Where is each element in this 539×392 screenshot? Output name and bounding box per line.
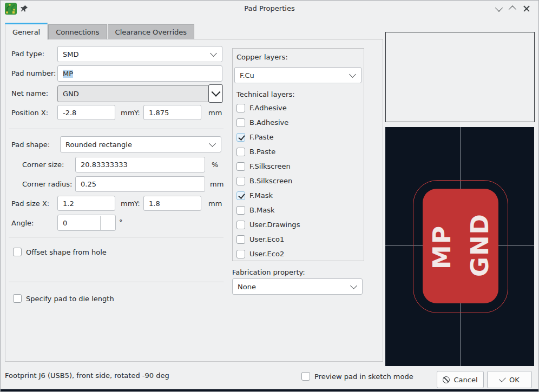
layer-checkbox-b-silkscreen[interactable]: [236, 177, 245, 185]
close-icon: [523, 5, 530, 12]
pad-number-label: Pad number:: [11, 69, 56, 78]
shade-button[interactable]: [492, 3, 506, 15]
layer-checkbox-user-drawings[interactable]: [236, 221, 245, 229]
position-y-unit: mm: [208, 109, 222, 117]
window-title: Pad Properties: [1, 4, 538, 12]
pad-size-y-input[interactable]: 1.8: [143, 196, 201, 211]
layer-row: F.Mask: [236, 188, 359, 203]
corner-radius-value: 0.25: [81, 180, 96, 188]
separator: [9, 282, 224, 282]
net-name-dropdown-button[interactable]: [208, 84, 223, 103]
corner-radius-input[interactable]: 0.25: [75, 176, 205, 192]
position-x-value: -2.8: [63, 109, 76, 117]
position-y-input[interactable]: 1.875: [143, 105, 201, 120]
position-y-value: 1.875: [149, 109, 169, 117]
status-text: Footprint J6 (USB5), front side, rotated…: [5, 371, 169, 380]
chevron-down-icon: [349, 71, 356, 78]
layer-label: User.Eco2: [249, 250, 284, 258]
pad-size-y-unit: mm: [208, 200, 222, 208]
sketch-mode-checkbox[interactable]: [301, 372, 310, 381]
separator: [9, 237, 224, 237]
layer-checkbox-f-paste[interactable]: [236, 133, 245, 142]
layer-checkbox-user-eco1[interactable]: [236, 235, 245, 244]
layer-row: B.Paste: [236, 144, 359, 159]
sketch-mode-label: Preview pad in sketch mode: [314, 373, 413, 381]
offset-shape-row: Offset shape from hole: [13, 248, 107, 256]
position-x-input[interactable]: -2.8: [57, 105, 115, 120]
layer-checkbox-f-mask[interactable]: [236, 191, 245, 200]
tab-general[interactable]: General: [5, 23, 48, 39]
layer-row: F.Silkscreen: [236, 159, 359, 174]
maximize-button[interactable]: [505, 3, 520, 15]
angle-unit: °: [119, 218, 123, 227]
offset-shape-label: Offset shape from hole: [26, 248, 107, 256]
close-button[interactable]: [520, 3, 534, 15]
net-name-combo[interactable]: GND: [57, 85, 209, 102]
die-length-checkbox[interactable]: [13, 294, 22, 303]
copper-layers-label: Copper layers:: [236, 53, 288, 62]
technical-layers-list: F.AdhesiveB.AdhesiveF.PasteB.PasteF.Silk…: [236, 101, 359, 261]
pad-type-value: SMD: [63, 50, 78, 58]
corner-size-value: 20.83333333: [81, 161, 128, 169]
fabrication-property-select[interactable]: None: [232, 278, 363, 295]
corner-size-label: Corner size:: [22, 161, 64, 169]
layer-checkbox-b-mask[interactable]: [236, 206, 245, 215]
layer-row: B.Mask: [236, 203, 359, 217]
tab-connections[interactable]: Connections: [48, 24, 107, 39]
layer-row: B.Adhesive: [236, 115, 359, 130]
layer-label: B.Mask: [249, 206, 275, 214]
pad-number-preview-text: MP: [428, 225, 456, 269]
pad-size-x-input[interactable]: 1.2: [57, 196, 115, 211]
position-y-label: Y:: [134, 109, 140, 117]
layer-checkbox-f-adhesive[interactable]: [236, 104, 245, 112]
die-length-label: Specify pad to die length: [26, 295, 114, 303]
pad-preview-canvas: MP GND: [385, 127, 534, 366]
layer-label: F.Silkscreen: [249, 162, 291, 170]
layer-row: B.Silkscreen: [236, 174, 359, 188]
corner-size-input[interactable]: 20.83333333: [75, 157, 205, 172]
pad-number-input[interactable]: MP: [57, 65, 222, 82]
layer-row: User.Drawings: [236, 217, 359, 232]
layer-label: F.Adhesive: [249, 104, 287, 112]
pad-type-select[interactable]: SMD: [57, 46, 222, 62]
copper-layers-select[interactable]: F.Cu: [234, 67, 361, 83]
cancel-button[interactable]: Cancel: [437, 371, 484, 388]
net-name-label: Net name:: [11, 89, 48, 98]
layer-checkbox-user-eco2[interactable]: [236, 250, 245, 258]
layer-label: F.Mask: [249, 191, 273, 200]
corner-size-unit: %: [212, 161, 218, 169]
layer-label: B.Paste: [249, 148, 275, 156]
fabrication-property-label: Fabrication property:: [232, 268, 305, 277]
fabrication-property-value: None: [238, 283, 256, 291]
parent-footprint-preview: [385, 32, 535, 122]
pad-size-y-value: 1.8: [149, 200, 160, 208]
die-length-row: Specify pad to die length: [13, 294, 114, 303]
tab-bar: GeneralConnectionsClearance Overrides: [5, 23, 195, 39]
pad-size-x-value: 1.2: [63, 200, 74, 208]
angle-combo[interactable]: 0: [57, 215, 116, 231]
ok-button[interactable]: OK: [487, 371, 532, 388]
layer-label: F.Paste: [249, 133, 274, 141]
ok-label: OK: [509, 376, 520, 384]
position-label: Position X:: [11, 109, 48, 117]
technical-layers-label: Technical layers:: [236, 90, 295, 99]
corner-radius-unit: mm: [210, 180, 224, 189]
chevron-down-icon: [350, 282, 357, 289]
tab-clearance-overrides[interactable]: Clearance Overrides: [108, 24, 195, 39]
layer-label: B.Adhesive: [249, 118, 288, 127]
angle-label: Angle:: [11, 219, 34, 228]
layer-row: F.Adhesive: [236, 101, 359, 115]
layer-checkbox-b-adhesive[interactable]: [236, 118, 245, 127]
check-icon: [499, 375, 506, 382]
offset-shape-checkbox[interactable]: [13, 248, 22, 256]
combo-divider: [100, 216, 101, 230]
chevron-down-icon: [495, 4, 503, 12]
layer-checkbox-f-silkscreen[interactable]: [236, 162, 245, 171]
layer-checkbox-b-paste[interactable]: [236, 148, 245, 156]
cancel-label: Cancel: [453, 376, 477, 384]
pad-size-y-label: Y:: [134, 200, 140, 208]
pad-shape-label: Pad shape:: [11, 141, 50, 149]
pad-shape-select[interactable]: Rounded rectangle: [60, 136, 221, 152]
sketch-mode-row: Preview pad in sketch mode: [301, 372, 413, 381]
layer-row: User.Eco1: [236, 232, 359, 247]
